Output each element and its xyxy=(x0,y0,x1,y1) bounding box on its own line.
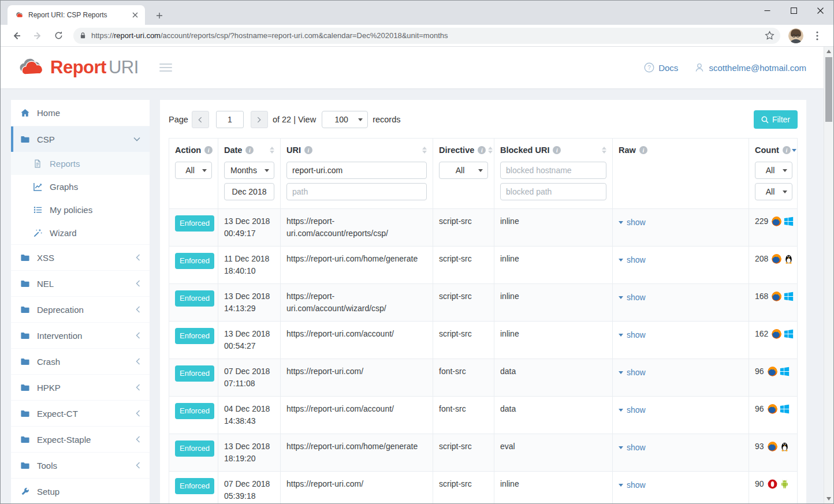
sidebar-item-xss[interactable]: XSS xyxy=(11,244,150,270)
column-header-raw[interactable]: Raw xyxy=(613,139,749,208)
tab-close-icon[interactable] xyxy=(130,10,140,20)
sidebar-item-wizard[interactable]: Wizard xyxy=(11,221,150,244)
show-raw-link[interactable]: show xyxy=(619,254,646,266)
sidebar-item-home[interactable]: Home xyxy=(11,100,150,126)
sidebar-item-deprecation[interactable]: Deprecation xyxy=(11,296,150,322)
sidebar-item-tools[interactable]: Tools xyxy=(11,452,150,478)
browser-tab[interactable]: Report URI: CSP Reports xyxy=(8,5,145,25)
scroll-down-icon[interactable] xyxy=(824,494,833,503)
sidebar-item-my-policies[interactable]: My policies xyxy=(11,198,150,221)
profile-avatar[interactable] xyxy=(788,28,803,43)
reload-icon[interactable] xyxy=(50,28,66,44)
date-unit-select[interactable]: Months xyxy=(224,162,274,179)
sidebar-item-expect-staple[interactable]: Expect-Staple xyxy=(11,426,150,452)
sidebar-item-label: Expect-CT xyxy=(37,409,136,419)
action-badge: Enforced xyxy=(175,403,214,419)
sort-icon[interactable] xyxy=(600,147,606,154)
report-uri-logo[interactable]: ReportURI xyxy=(18,57,139,78)
blocked-uri-cell: inline xyxy=(494,472,613,503)
info-icon[interactable] xyxy=(639,146,647,154)
sidebar-item-nel[interactable]: NEL xyxy=(11,270,150,296)
page-label: Page xyxy=(169,115,188,124)
action-cell: Enforced xyxy=(169,209,218,246)
account-link[interactable]: scotthelme@hotmail.com xyxy=(694,62,806,73)
sidebar-item-setup[interactable]: Setup xyxy=(11,478,150,503)
next-page-button[interactable] xyxy=(251,111,268,128)
table-body: Enforced 13 Dec 201800:49:17 https://rep… xyxy=(169,208,797,503)
column-header-date[interactable]: Date Months xyxy=(218,139,281,208)
sort-icon[interactable] xyxy=(420,147,427,154)
column-header-action[interactable]: Action All xyxy=(169,139,218,208)
uri-hostname-input[interactable] xyxy=(286,162,427,179)
folder-icon xyxy=(20,253,30,263)
sort-icon[interactable] xyxy=(267,147,274,154)
info-icon[interactable] xyxy=(245,146,254,154)
sidebar-item-label: CSP xyxy=(37,135,133,144)
show-raw-link[interactable]: show xyxy=(619,292,646,304)
info-icon[interactable] xyxy=(553,146,561,154)
sort-desc-icon[interactable] xyxy=(792,149,796,152)
column-header-directive[interactable]: Directive All xyxy=(433,139,494,208)
count-filter-select-1[interactable]: All xyxy=(755,162,792,179)
page-number-input[interactable] xyxy=(216,111,244,128)
prev-page-button[interactable] xyxy=(192,111,209,128)
blocked-path-input[interactable] xyxy=(500,183,606,200)
info-icon[interactable] xyxy=(304,146,312,154)
bookmark-star-icon[interactable] xyxy=(765,31,775,40)
filter-button[interactable]: Filter xyxy=(754,110,798,129)
column-header-blocked-uri[interactable]: Blocked URI xyxy=(494,139,613,208)
date-cell: 13 Dec 201818:19:20 xyxy=(218,434,281,471)
table-row: Enforced 13 Dec 201814:13:29 https://rep… xyxy=(169,283,797,321)
hamburger-menu-icon[interactable] xyxy=(159,64,172,72)
maximize-button[interactable] xyxy=(780,1,807,20)
show-raw-link[interactable]: show xyxy=(619,404,646,416)
url-bar[interactable]: https://report-uri.com/account/reports/c… xyxy=(73,28,780,44)
sidebar-item-intervention[interactable]: Intervention xyxy=(11,322,150,348)
firefox-icon xyxy=(772,292,781,301)
url-text: https://report-uri.com/account/reports/c… xyxy=(91,31,765,40)
raw-cell: show xyxy=(613,247,749,283)
count-filter-select-2[interactable]: All xyxy=(755,183,792,200)
show-raw-link[interactable]: show xyxy=(619,479,646,491)
column-header-uri[interactable]: URI xyxy=(281,139,433,208)
caret-down-icon xyxy=(619,221,623,224)
sidebar-item-csp[interactable]: CSP xyxy=(11,126,150,152)
sidebar-item-reports[interactable]: Reports xyxy=(11,152,150,175)
raw-cell: show xyxy=(613,359,749,396)
info-icon[interactable] xyxy=(204,146,213,154)
show-raw-link[interactable]: show xyxy=(619,216,646,229)
column-header-count[interactable]: Count All All xyxy=(749,139,798,208)
show-raw-link[interactable]: show xyxy=(619,329,646,341)
caret-down-icon xyxy=(619,259,623,262)
sidebar-item-expect-ct[interactable]: Expect-CT xyxy=(11,400,150,426)
page-scrollbar[interactable] xyxy=(824,47,833,503)
show-raw-link[interactable]: show xyxy=(619,367,646,379)
scrollbar-thumb[interactable] xyxy=(825,57,832,122)
sidebar-item-crash[interactable]: Crash xyxy=(11,348,150,374)
new-tab-button[interactable] xyxy=(152,8,167,23)
back-icon[interactable] xyxy=(9,28,25,44)
sidebar-item-graphs[interactable]: Graphs xyxy=(11,175,150,198)
firefox-icon xyxy=(768,442,777,451)
date-filter-input[interactable] xyxy=(224,183,274,200)
sidebar-item-hpkp[interactable]: HPKP xyxy=(11,374,150,400)
docs-link[interactable]: ? Docs xyxy=(644,62,678,73)
minimize-button[interactable] xyxy=(754,1,780,20)
blocked-hostname-input[interactable] xyxy=(500,162,606,179)
url-domain: report-uri.com xyxy=(114,31,161,40)
forward-icon[interactable] xyxy=(29,28,46,44)
chevron-left-icon xyxy=(136,332,140,339)
caret-down-icon xyxy=(619,484,623,487)
close-button[interactable] xyxy=(807,1,833,20)
records-per-page-select[interactable]: 100 xyxy=(322,111,368,128)
sidebar-item-label: Deprecation xyxy=(37,305,136,315)
uri-path-input[interactable] xyxy=(286,183,427,200)
sort-icon[interactable] xyxy=(486,147,493,154)
show-raw-link[interactable]: show xyxy=(619,442,646,454)
action-filter-select[interactable]: All xyxy=(175,162,212,179)
info-icon[interactable] xyxy=(478,146,486,154)
info-icon[interactable] xyxy=(783,146,791,154)
directive-filter-select[interactable]: All xyxy=(439,162,488,179)
browser-menu-icon[interactable] xyxy=(809,28,825,44)
scroll-up-icon[interactable] xyxy=(824,47,833,56)
